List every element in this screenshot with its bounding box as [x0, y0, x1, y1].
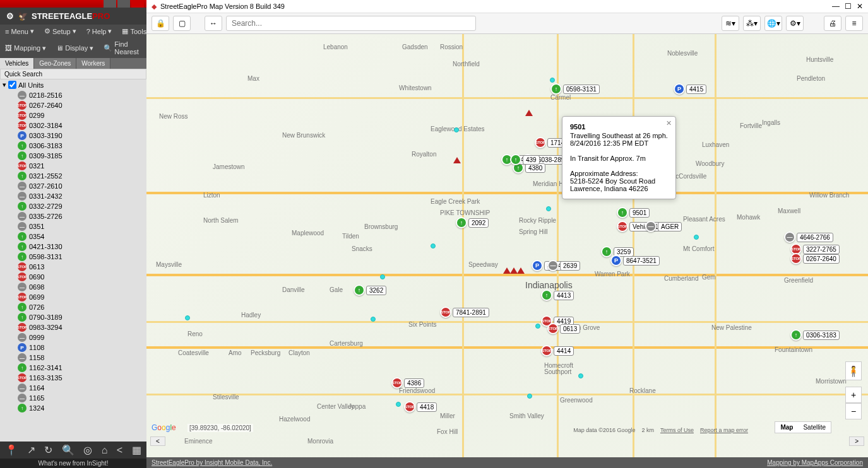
dot-marker[interactable]	[694, 235, 699, 240]
unit-0983-3294[interactable]: STOP0983-3294	[0, 322, 146, 332]
menu-tools[interactable]: ▦ Tools	[119, 26, 149, 37]
unit-0303-3190[interactable]: P0303-3190	[0, 131, 146, 141]
unit-0332-2729[interactable]: ↑0332-2729	[0, 201, 146, 211]
tab-vehicles[interactable]: Vehicles	[0, 58, 34, 69]
unit-0354[interactable]: ↑0354	[0, 231, 146, 242]
unit-0321[interactable]: STOP0321	[0, 161, 146, 171]
marker-439[interactable]: ↑439	[510, 154, 540, 165]
root-checkbox[interactable]	[8, 81, 16, 89]
home-icon[interactable]: ⌂	[102, 445, 108, 456]
bounds-button[interactable]: ▢	[173, 16, 191, 31]
unit-0726[interactable]: ↑0726	[0, 302, 146, 312]
dot-marker[interactable]	[380, 274, 385, 279]
warning-icon[interactable]	[453, 157, 461, 163]
unit-0331-2432[interactable]: —0331-2432	[0, 191, 146, 201]
unit-0999[interactable]: —0999	[0, 332, 146, 342]
ruler-button[interactable]: ↔	[205, 16, 222, 31]
map-type-map[interactable]: Map	[775, 422, 798, 433]
share-icon[interactable]: ↗	[27, 444, 35, 456]
dot-marker[interactable]	[527, 394, 532, 399]
history-icon[interactable]: ↻	[44, 444, 52, 456]
marker-7841-2891[interactable]: STOP7841-2891	[440, 307, 489, 318]
maximize-btn[interactable]	[117, 0, 130, 8]
tab-geozones[interactable]: Geo-Zones	[34, 58, 76, 69]
collapse-icon[interactable]: ▾	[3, 81, 6, 89]
dot-marker[interactable]	[371, 317, 376, 322]
unit-tree[interactable]: ▾ All Units —0218-2516STOP0267-2640STOP0…	[0, 79, 146, 442]
footer-left[interactable]: StreetEaglePro by Insight Mobile Data, I…	[152, 459, 272, 466]
marker-2092[interactable]: ↑2092	[456, 217, 489, 228]
menu-mapping[interactable]: 🖼 Mapping ▾	[3, 43, 49, 54]
marker-AGER[interactable]: —AGER	[645, 221, 682, 232]
scroll-right[interactable]: >	[849, 436, 864, 446]
dot-marker[interactable]	[578, 373, 583, 378]
scroll-left[interactable]: <	[150, 436, 165, 446]
unit-0351[interactable]: —0351	[0, 221, 146, 231]
pin-icon[interactable]: 📍	[5, 444, 18, 456]
unit-0321-2552[interactable]: ↑0321-2552	[0, 171, 146, 181]
marker-9501[interactable]: ↑9501	[617, 207, 650, 218]
dot-marker[interactable]	[396, 402, 401, 407]
marker-4414[interactable]: STOP4414	[541, 345, 574, 356]
marker-4418[interactable]: STOP4418	[404, 401, 437, 412]
minimize-btn[interactable]	[104, 0, 116, 8]
settings-button[interactable]: ⚙▾	[786, 16, 804, 31]
unit-1108[interactable]: P1108	[0, 342, 146, 353]
menu-setup[interactable]: ⚙ Setup ▾	[42, 26, 79, 37]
dot-marker[interactable]	[550, 78, 555, 83]
grid-icon[interactable]: ▦	[132, 444, 141, 456]
close-btn[interactable]	[131, 0, 144, 8]
unit-0421-3130[interactable]: ↑0421-3130	[0, 242, 146, 252]
unit-0699[interactable]: STOP0699	[0, 292, 146, 302]
whats-new[interactable]: What's new from InSight!	[0, 459, 146, 468]
marker-4386[interactable]: STOP4386	[391, 377, 424, 389]
unit-1165[interactable]: —1165	[0, 393, 146, 403]
map-type-satellite[interactable]: Satellite	[798, 422, 831, 433]
unit-1163-3135[interactable]: STOP1163-3135	[0, 373, 146, 383]
zoom-in[interactable]: +	[845, 387, 862, 403]
print-button[interactable]: 🖨	[824, 16, 841, 31]
pegman[interactable]: 🧍	[845, 361, 862, 380]
warning-icon[interactable]	[525, 110, 533, 116]
marker-8647-3521[interactable]: P8647-3521	[610, 255, 660, 266]
unit-1162-3141[interactable]: ↑1162-3141	[0, 363, 146, 373]
marker-0598-3131[interactable]: ↑0598-3131	[550, 83, 600, 95]
marker-0267-2640[interactable]: STOP0267-2640	[790, 253, 840, 264]
unit-0335-2726[interactable]: —0335-2726	[0, 211, 146, 221]
popup-close[interactable]: ✕	[666, 119, 672, 127]
unit-0306-3183[interactable]: ↑0306-3183	[0, 141, 146, 151]
unit-0690[interactable]: STOP0690	[0, 272, 146, 282]
unit-0790-3189[interactable]: ↑0790-3189	[0, 312, 146, 322]
marker-4413[interactable]: ↑4413	[541, 290, 574, 301]
win-maximize[interactable]: ☐	[845, 2, 852, 11]
link-icon[interactable]: <	[117, 445, 122, 456]
tree-root[interactable]: ▾ All Units	[0, 79, 146, 90]
marker-3262[interactable]: ↑3262	[354, 284, 386, 296]
unit-1158[interactable]: —1158	[0, 353, 146, 363]
win-close[interactable]: ✕	[857, 2, 863, 11]
unit-0698[interactable]: —0698	[0, 282, 146, 292]
marker-0613[interactable]: STOP0613	[547, 323, 580, 334]
dot-marker[interactable]	[431, 243, 436, 249]
layers-button[interactable]: ≋▾	[722, 16, 739, 31]
marker-2639[interactable]: —2639	[547, 260, 580, 271]
marker-4415[interactable]: P4415	[674, 83, 706, 95]
target-icon[interactable]: ◎	[83, 444, 92, 456]
globe-button[interactable]: 🌐▾	[764, 16, 782, 31]
unit-0302-3184[interactable]: STOP0302-3184	[0, 120, 146, 131]
search-icon[interactable]: 🔍	[62, 444, 74, 456]
search-input[interactable]	[226, 16, 476, 31]
footer-right[interactable]: Mapping by MapApps Corporation	[767, 459, 863, 466]
unit-1164[interactable]: —1164	[0, 383, 146, 393]
tab-workers[interactable]: Workers	[76, 58, 110, 69]
lock-button[interactable]: 🔒	[152, 16, 169, 31]
unit-0267-2640[interactable]: STOP0267-2640	[0, 100, 146, 110]
unit-0327-2610[interactable]: —0327-2610	[0, 181, 146, 191]
quick-search[interactable]: Quick Search	[0, 69, 146, 79]
dot-marker[interactable]	[535, 324, 540, 329]
menu-button[interactable]: ≡	[845, 16, 863, 31]
dot-marker[interactable]	[454, 127, 459, 132]
menu-display[interactable]: 🖥 Display ▾	[54, 43, 96, 54]
unit-0309-3185[interactable]: ↑0309-3185	[0, 151, 146, 161]
unit-0613[interactable]: STOP0613	[0, 262, 146, 272]
